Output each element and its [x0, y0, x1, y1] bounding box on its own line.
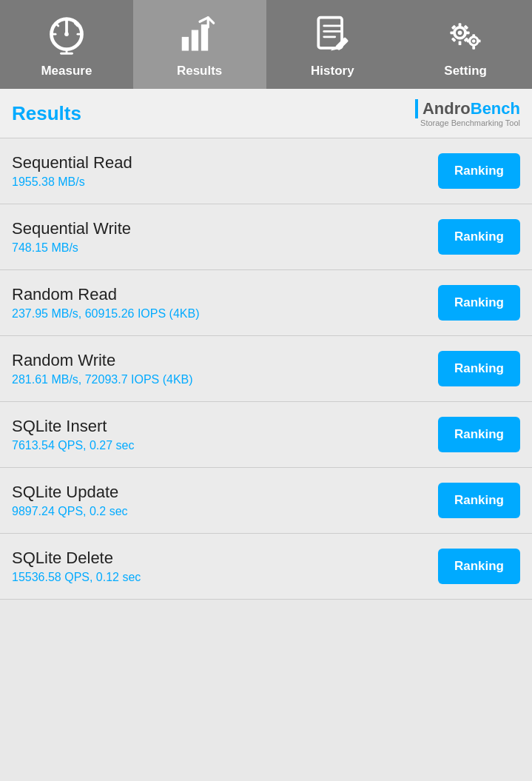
result-info-4: SQLite Insert 7613.54 QPS, 0.27 sec	[12, 417, 134, 452]
result-value-0: 1955.38 MB/s	[12, 175, 132, 189]
svg-rect-22	[459, 41, 462, 45]
svg-rect-10	[191, 30, 198, 51]
svg-rect-34	[477, 40, 481, 43]
result-name-6: SQLite Delete	[12, 549, 141, 568]
nav-label-measure: Measure	[41, 64, 92, 78]
nav-label-setting: Setting	[444, 64, 487, 78]
brand-andro: Andro	[422, 99, 471, 118]
result-info-5: SQLite Update 9897.24 QPS, 0.2 sec	[12, 483, 128, 518]
svg-rect-13	[319, 18, 343, 48]
ranking-button-4[interactable]: Ranking	[438, 417, 520, 452]
ranking-button-1[interactable]: Ranking	[438, 219, 520, 255]
ranking-button-0[interactable]: Ranking	[438, 153, 520, 189]
history-icon	[310, 13, 354, 58]
result-row: Random Write 281.61 MB/s, 72093.7 IOPS (…	[0, 336, 532, 402]
nav-label-history: History	[311, 64, 354, 78]
result-name-4: SQLite Insert	[12, 417, 134, 436]
results-list: Sequential Read 1955.38 MB/s Ranking Seq…	[0, 138, 532, 600]
svg-rect-11	[201, 24, 207, 50]
svg-rect-23	[451, 31, 455, 34]
ranking-button-3[interactable]: Ranking	[438, 351, 520, 386]
svg-rect-21	[459, 23, 462, 27]
brand-bar: AndroBench	[415, 99, 520, 118]
result-row: SQLite Delete 15536.58 QPS, 0.12 sec Ran…	[0, 534, 532, 600]
result-name-3: Random Write	[12, 351, 193, 370]
brand-name: AndroBench	[422, 99, 520, 118]
brand-bench: Bench	[471, 99, 520, 118]
page-header: Results AndroBench Storage Benchmarking …	[0, 89, 532, 138]
result-name-5: SQLite Update	[12, 483, 128, 502]
result-info-3: Random Write 281.61 MB/s, 72093.7 IOPS (…	[12, 351, 193, 386]
svg-rect-33	[467, 40, 471, 43]
result-value-6: 15536.58 QPS, 0.12 sec	[12, 571, 141, 584]
result-info-0: Sequential Read 1955.38 MB/s	[12, 153, 132, 189]
result-row: Sequential Read 1955.38 MB/s Ranking	[0, 138, 532, 204]
svg-rect-32	[472, 46, 475, 50]
setting-icon	[443, 13, 488, 58]
result-value-3: 281.61 MB/s, 72093.7 IOPS (4KB)	[12, 373, 193, 386]
ranking-button-6[interactable]: Ranking	[438, 549, 520, 584]
result-row: SQLite Insert 7613.54 QPS, 0.27 sec Rank…	[0, 402, 532, 468]
result-value-2: 237.95 MB/s, 60915.26 IOPS (4KB)	[12, 307, 199, 321]
result-name-2: Random Read	[12, 285, 199, 304]
result-info-1: Sequential Write 748.15 MB/s	[12, 219, 131, 255]
nav-item-history[interactable]: History	[266, 0, 400, 89]
result-info-6: SQLite Delete 15536.58 QPS, 0.12 sec	[12, 549, 141, 584]
brand-bar-line	[415, 99, 418, 118]
result-row: SQLite Update 9897.24 QPS, 0.2 sec Ranki…	[0, 468, 532, 534]
ranking-button-5[interactable]: Ranking	[438, 483, 520, 518]
svg-rect-9	[181, 37, 188, 51]
result-row: Sequential Write 748.15 MB/s Ranking	[0, 204, 532, 270]
brand-logo: AndroBench Storage Benchmarking Tool	[415, 99, 520, 127]
result-row: Random Read 237.95 MB/s, 60915.26 IOPS (…	[0, 270, 532, 336]
measure-icon	[44, 13, 89, 58]
results-icon	[178, 13, 222, 58]
result-name-0: Sequential Read	[12, 153, 132, 172]
svg-rect-31	[472, 34, 475, 38]
result-info-2: Random Read 237.95 MB/s, 60915.26 IOPS (…	[12, 285, 199, 321]
nav-label-results: Results	[177, 64, 222, 78]
page-title: Results	[12, 102, 81, 125]
svg-point-20	[458, 30, 462, 35]
result-name-1: Sequential Write	[12, 219, 131, 238]
brand-subtitle: Storage Benchmarking Tool	[420, 118, 520, 127]
svg-rect-24	[465, 31, 470, 34]
ranking-button-2[interactable]: Ranking	[438, 285, 520, 321]
nav-bar: Measure Results	[0, 0, 532, 89]
nav-item-results[interactable]: Results	[133, 0, 266, 89]
result-value-1: 748.15 MB/s	[12, 241, 131, 255]
nav-item-measure[interactable]: Measure	[0, 0, 133, 89]
result-value-5: 9897.24 QPS, 0.2 sec	[12, 505, 128, 518]
svg-point-30	[472, 39, 476, 43]
svg-point-2	[64, 32, 69, 36]
result-value-4: 7613.54 QPS, 0.27 sec	[12, 439, 134, 452]
nav-item-setting[interactable]: Setting	[399, 0, 532, 89]
